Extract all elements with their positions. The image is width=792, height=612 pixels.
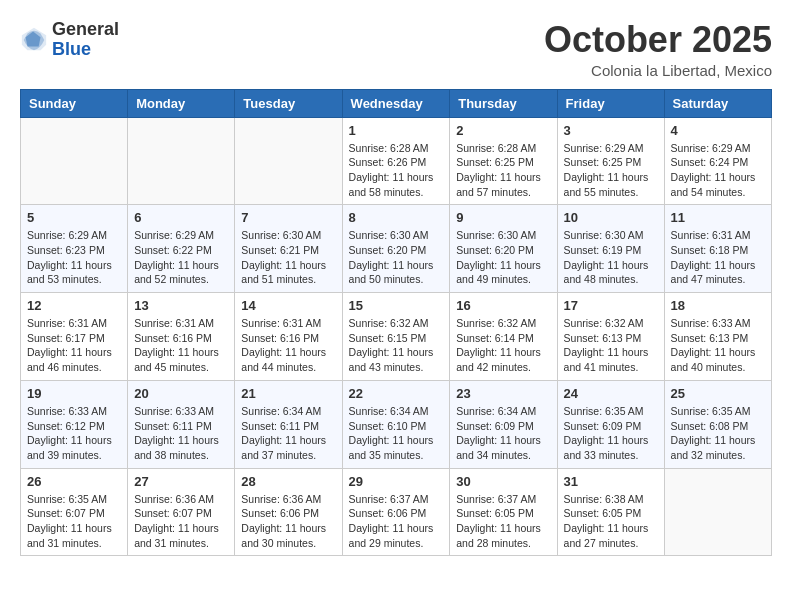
day-number: 8: [349, 210, 444, 225]
day-info: Sunrise: 6:32 AM Sunset: 6:15 PM Dayligh…: [349, 316, 444, 375]
calendar-week-row: 12Sunrise: 6:31 AM Sunset: 6:17 PM Dayli…: [21, 293, 772, 381]
day-number: 4: [671, 123, 765, 138]
month-title: October 2025: [544, 20, 772, 60]
day-number: 11: [671, 210, 765, 225]
day-header-tuesday: Tuesday: [235, 89, 342, 117]
day-number: 25: [671, 386, 765, 401]
calendar-cell: [664, 468, 771, 556]
calendar-cell: 21Sunrise: 6:34 AM Sunset: 6:11 PM Dayli…: [235, 380, 342, 468]
day-number: 15: [349, 298, 444, 313]
calendar-cell: 24Sunrise: 6:35 AM Sunset: 6:09 PM Dayli…: [557, 380, 664, 468]
calendar-cell: 17Sunrise: 6:32 AM Sunset: 6:13 PM Dayli…: [557, 293, 664, 381]
calendar-cell: 5Sunrise: 6:29 AM Sunset: 6:23 PM Daylig…: [21, 205, 128, 293]
day-info: Sunrise: 6:34 AM Sunset: 6:09 PM Dayligh…: [456, 404, 550, 463]
calendar-cell: 19Sunrise: 6:33 AM Sunset: 6:12 PM Dayli…: [21, 380, 128, 468]
day-number: 29: [349, 474, 444, 489]
calendar-week-row: 26Sunrise: 6:35 AM Sunset: 6:07 PM Dayli…: [21, 468, 772, 556]
day-header-saturday: Saturday: [664, 89, 771, 117]
day-number: 12: [27, 298, 121, 313]
day-number: 14: [241, 298, 335, 313]
calendar-cell: 30Sunrise: 6:37 AM Sunset: 6:05 PM Dayli…: [450, 468, 557, 556]
day-number: 16: [456, 298, 550, 313]
day-info: Sunrise: 6:30 AM Sunset: 6:20 PM Dayligh…: [349, 228, 444, 287]
calendar-cell: 4Sunrise: 6:29 AM Sunset: 6:24 PM Daylig…: [664, 117, 771, 205]
day-header-wednesday: Wednesday: [342, 89, 450, 117]
day-number: 31: [564, 474, 658, 489]
day-info: Sunrise: 6:31 AM Sunset: 6:18 PM Dayligh…: [671, 228, 765, 287]
day-header-monday: Monday: [128, 89, 235, 117]
calendar-cell: 1Sunrise: 6:28 AM Sunset: 6:26 PM Daylig…: [342, 117, 450, 205]
logo-blue: Blue: [52, 40, 119, 60]
calendar-cell: 12Sunrise: 6:31 AM Sunset: 6:17 PM Dayli…: [21, 293, 128, 381]
day-header-sunday: Sunday: [21, 89, 128, 117]
logo: General Blue: [20, 20, 119, 60]
day-info: Sunrise: 6:30 AM Sunset: 6:19 PM Dayligh…: [564, 228, 658, 287]
day-info: Sunrise: 6:30 AM Sunset: 6:20 PM Dayligh…: [456, 228, 550, 287]
logo-icon: [20, 26, 48, 54]
title-block: October 2025 Colonia la Libertad, Mexico: [544, 20, 772, 79]
day-number: 21: [241, 386, 335, 401]
logo-text: General Blue: [52, 20, 119, 60]
day-number: 3: [564, 123, 658, 138]
calendar-cell: 6Sunrise: 6:29 AM Sunset: 6:22 PM Daylig…: [128, 205, 235, 293]
calendar-cell: [21, 117, 128, 205]
day-number: 10: [564, 210, 658, 225]
day-info: Sunrise: 6:33 AM Sunset: 6:11 PM Dayligh…: [134, 404, 228, 463]
calendar-cell: 23Sunrise: 6:34 AM Sunset: 6:09 PM Dayli…: [450, 380, 557, 468]
day-info: Sunrise: 6:33 AM Sunset: 6:13 PM Dayligh…: [671, 316, 765, 375]
page-header: General Blue October 2025 Colonia la Lib…: [20, 20, 772, 79]
calendar-cell: 9Sunrise: 6:30 AM Sunset: 6:20 PM Daylig…: [450, 205, 557, 293]
day-number: 6: [134, 210, 228, 225]
calendar-cell: 11Sunrise: 6:31 AM Sunset: 6:18 PM Dayli…: [664, 205, 771, 293]
calendar-cell: 26Sunrise: 6:35 AM Sunset: 6:07 PM Dayli…: [21, 468, 128, 556]
day-number: 20: [134, 386, 228, 401]
day-number: 22: [349, 386, 444, 401]
day-info: Sunrise: 6:33 AM Sunset: 6:12 PM Dayligh…: [27, 404, 121, 463]
calendar-cell: 29Sunrise: 6:37 AM Sunset: 6:06 PM Dayli…: [342, 468, 450, 556]
calendar-header-row: SundayMondayTuesdayWednesdayThursdayFrid…: [21, 89, 772, 117]
calendar-cell: 27Sunrise: 6:36 AM Sunset: 6:07 PM Dayli…: [128, 468, 235, 556]
calendar-week-row: 19Sunrise: 6:33 AM Sunset: 6:12 PM Dayli…: [21, 380, 772, 468]
calendar-cell: 2Sunrise: 6:28 AM Sunset: 6:25 PM Daylig…: [450, 117, 557, 205]
day-number: 23: [456, 386, 550, 401]
calendar-cell: 28Sunrise: 6:36 AM Sunset: 6:06 PM Dayli…: [235, 468, 342, 556]
day-info: Sunrise: 6:32 AM Sunset: 6:14 PM Dayligh…: [456, 316, 550, 375]
day-number: 17: [564, 298, 658, 313]
day-number: 18: [671, 298, 765, 313]
day-info: Sunrise: 6:34 AM Sunset: 6:11 PM Dayligh…: [241, 404, 335, 463]
day-number: 24: [564, 386, 658, 401]
calendar-week-row: 1Sunrise: 6:28 AM Sunset: 6:26 PM Daylig…: [21, 117, 772, 205]
day-number: 26: [27, 474, 121, 489]
day-number: 13: [134, 298, 228, 313]
day-info: Sunrise: 6:36 AM Sunset: 6:07 PM Dayligh…: [134, 492, 228, 551]
day-info: Sunrise: 6:38 AM Sunset: 6:05 PM Dayligh…: [564, 492, 658, 551]
day-number: 2: [456, 123, 550, 138]
day-number: 28: [241, 474, 335, 489]
day-info: Sunrise: 6:28 AM Sunset: 6:25 PM Dayligh…: [456, 141, 550, 200]
day-info: Sunrise: 6:31 AM Sunset: 6:16 PM Dayligh…: [241, 316, 335, 375]
logo-general: General: [52, 20, 119, 40]
day-number: 9: [456, 210, 550, 225]
day-number: 30: [456, 474, 550, 489]
day-number: 19: [27, 386, 121, 401]
day-info: Sunrise: 6:28 AM Sunset: 6:26 PM Dayligh…: [349, 141, 444, 200]
day-info: Sunrise: 6:29 AM Sunset: 6:24 PM Dayligh…: [671, 141, 765, 200]
day-header-friday: Friday: [557, 89, 664, 117]
day-info: Sunrise: 6:31 AM Sunset: 6:17 PM Dayligh…: [27, 316, 121, 375]
calendar-table: SundayMondayTuesdayWednesdayThursdayFrid…: [20, 89, 772, 557]
day-info: Sunrise: 6:36 AM Sunset: 6:06 PM Dayligh…: [241, 492, 335, 551]
day-info: Sunrise: 6:35 AM Sunset: 6:09 PM Dayligh…: [564, 404, 658, 463]
calendar-cell: 20Sunrise: 6:33 AM Sunset: 6:11 PM Dayli…: [128, 380, 235, 468]
location-subtitle: Colonia la Libertad, Mexico: [544, 62, 772, 79]
day-info: Sunrise: 6:29 AM Sunset: 6:25 PM Dayligh…: [564, 141, 658, 200]
day-info: Sunrise: 6:35 AM Sunset: 6:08 PM Dayligh…: [671, 404, 765, 463]
calendar-cell: 3Sunrise: 6:29 AM Sunset: 6:25 PM Daylig…: [557, 117, 664, 205]
calendar-cell: 22Sunrise: 6:34 AM Sunset: 6:10 PM Dayli…: [342, 380, 450, 468]
day-info: Sunrise: 6:29 AM Sunset: 6:23 PM Dayligh…: [27, 228, 121, 287]
day-info: Sunrise: 6:35 AM Sunset: 6:07 PM Dayligh…: [27, 492, 121, 551]
calendar-cell: 14Sunrise: 6:31 AM Sunset: 6:16 PM Dayli…: [235, 293, 342, 381]
day-number: 27: [134, 474, 228, 489]
calendar-cell: 16Sunrise: 6:32 AM Sunset: 6:14 PM Dayli…: [450, 293, 557, 381]
calendar-cell: [128, 117, 235, 205]
day-info: Sunrise: 6:37 AM Sunset: 6:05 PM Dayligh…: [456, 492, 550, 551]
